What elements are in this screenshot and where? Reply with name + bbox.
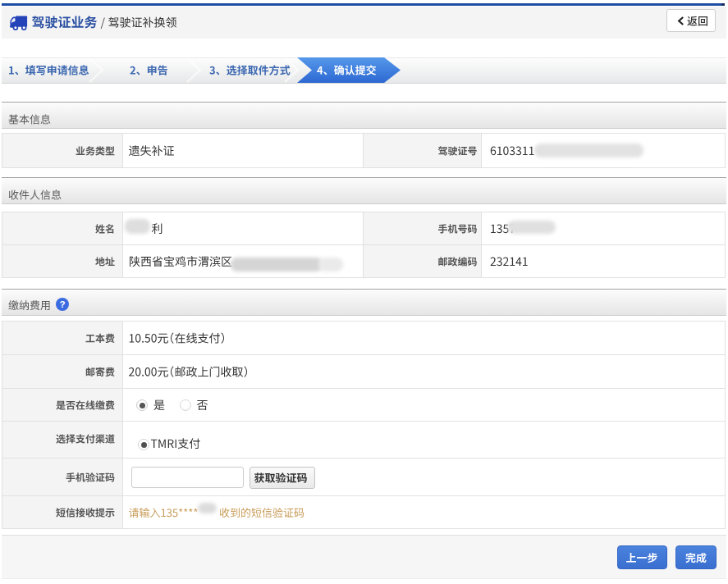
svg-text:?: ? [59,299,65,309]
